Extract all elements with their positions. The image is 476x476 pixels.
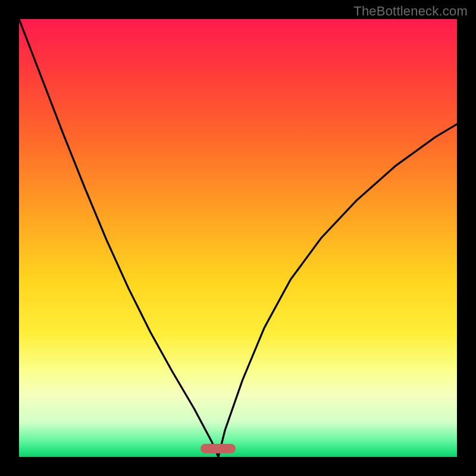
watermark-text: TheBottleneck.com — [353, 4, 468, 19]
chart-area — [19, 19, 457, 457]
right-curve — [218, 124, 457, 457]
left-curve — [19, 19, 218, 457]
bottleneck-curves — [19, 19, 457, 457]
optimal-marker — [201, 444, 236, 453]
